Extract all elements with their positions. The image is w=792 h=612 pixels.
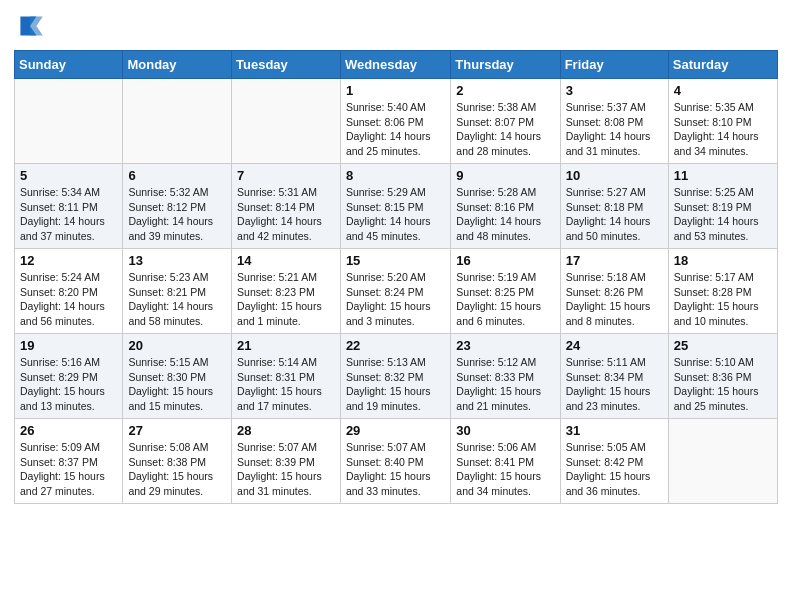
cell-info: Sunrise: 5:06 AM Sunset: 8:41 PM Dayligh…	[456, 440, 554, 499]
day-number: 4	[674, 83, 772, 98]
cell-info: Sunrise: 5:10 AM Sunset: 8:36 PM Dayligh…	[674, 355, 772, 414]
cell-info: Sunrise: 5:19 AM Sunset: 8:25 PM Dayligh…	[456, 270, 554, 329]
cell-info: Sunrise: 5:21 AM Sunset: 8:23 PM Dayligh…	[237, 270, 335, 329]
cell-info: Sunrise: 5:29 AM Sunset: 8:15 PM Dayligh…	[346, 185, 445, 244]
cell-info: Sunrise: 5:27 AM Sunset: 8:18 PM Dayligh…	[566, 185, 663, 244]
day-number: 9	[456, 168, 554, 183]
calendar-cell: 19Sunrise: 5:16 AM Sunset: 8:29 PM Dayli…	[15, 334, 123, 419]
calendar-cell: 21Sunrise: 5:14 AM Sunset: 8:31 PM Dayli…	[232, 334, 341, 419]
day-number: 11	[674, 168, 772, 183]
day-number: 10	[566, 168, 663, 183]
calendar-cell	[232, 79, 341, 164]
cell-info: Sunrise: 5:35 AM Sunset: 8:10 PM Dayligh…	[674, 100, 772, 159]
cell-info: Sunrise: 5:12 AM Sunset: 8:33 PM Dayligh…	[456, 355, 554, 414]
day-number: 17	[566, 253, 663, 268]
calendar-cell: 28Sunrise: 5:07 AM Sunset: 8:39 PM Dayli…	[232, 419, 341, 504]
cell-info: Sunrise: 5:32 AM Sunset: 8:12 PM Dayligh…	[128, 185, 226, 244]
cell-info: Sunrise: 5:11 AM Sunset: 8:34 PM Dayligh…	[566, 355, 663, 414]
calendar-cell: 23Sunrise: 5:12 AM Sunset: 8:33 PM Dayli…	[451, 334, 560, 419]
calendar-cell: 22Sunrise: 5:13 AM Sunset: 8:32 PM Dayli…	[340, 334, 450, 419]
cell-info: Sunrise: 5:38 AM Sunset: 8:07 PM Dayligh…	[456, 100, 554, 159]
header	[14, 10, 778, 42]
day-number: 29	[346, 423, 445, 438]
day-number: 27	[128, 423, 226, 438]
day-number: 8	[346, 168, 445, 183]
weekday-header-wednesday: Wednesday	[340, 51, 450, 79]
cell-info: Sunrise: 5:24 AM Sunset: 8:20 PM Dayligh…	[20, 270, 117, 329]
calendar-cell: 3Sunrise: 5:37 AM Sunset: 8:08 PM Daylig…	[560, 79, 668, 164]
weekday-header-monday: Monday	[123, 51, 232, 79]
day-number: 30	[456, 423, 554, 438]
calendar: SundayMondayTuesdayWednesdayThursdayFrid…	[14, 50, 778, 504]
day-number: 3	[566, 83, 663, 98]
calendar-cell: 13Sunrise: 5:23 AM Sunset: 8:21 PM Dayli…	[123, 249, 232, 334]
calendar-cell: 16Sunrise: 5:19 AM Sunset: 8:25 PM Dayli…	[451, 249, 560, 334]
calendar-cell	[123, 79, 232, 164]
weekday-header-thursday: Thursday	[451, 51, 560, 79]
calendar-cell: 18Sunrise: 5:17 AM Sunset: 8:28 PM Dayli…	[668, 249, 777, 334]
day-number: 21	[237, 338, 335, 353]
calendar-cell: 31Sunrise: 5:05 AM Sunset: 8:42 PM Dayli…	[560, 419, 668, 504]
logo	[14, 10, 50, 42]
cell-info: Sunrise: 5:37 AM Sunset: 8:08 PM Dayligh…	[566, 100, 663, 159]
day-number: 28	[237, 423, 335, 438]
calendar-row-3: 12Sunrise: 5:24 AM Sunset: 8:20 PM Dayli…	[15, 249, 778, 334]
day-number: 22	[346, 338, 445, 353]
cell-info: Sunrise: 5:15 AM Sunset: 8:30 PM Dayligh…	[128, 355, 226, 414]
calendar-cell: 4Sunrise: 5:35 AM Sunset: 8:10 PM Daylig…	[668, 79, 777, 164]
cell-info: Sunrise: 5:08 AM Sunset: 8:38 PM Dayligh…	[128, 440, 226, 499]
day-number: 24	[566, 338, 663, 353]
cell-info: Sunrise: 5:40 AM Sunset: 8:06 PM Dayligh…	[346, 100, 445, 159]
day-number: 6	[128, 168, 226, 183]
calendar-cell: 24Sunrise: 5:11 AM Sunset: 8:34 PM Dayli…	[560, 334, 668, 419]
calendar-cell: 9Sunrise: 5:28 AM Sunset: 8:16 PM Daylig…	[451, 164, 560, 249]
cell-info: Sunrise: 5:13 AM Sunset: 8:32 PM Dayligh…	[346, 355, 445, 414]
cell-info: Sunrise: 5:20 AM Sunset: 8:24 PM Dayligh…	[346, 270, 445, 329]
calendar-cell: 14Sunrise: 5:21 AM Sunset: 8:23 PM Dayli…	[232, 249, 341, 334]
calendar-row-2: 5Sunrise: 5:34 AM Sunset: 8:11 PM Daylig…	[15, 164, 778, 249]
cell-info: Sunrise: 5:28 AM Sunset: 8:16 PM Dayligh…	[456, 185, 554, 244]
day-number: 12	[20, 253, 117, 268]
cell-info: Sunrise: 5:25 AM Sunset: 8:19 PM Dayligh…	[674, 185, 772, 244]
calendar-cell: 12Sunrise: 5:24 AM Sunset: 8:20 PM Dayli…	[15, 249, 123, 334]
day-number: 26	[20, 423, 117, 438]
day-number: 25	[674, 338, 772, 353]
calendar-cell: 27Sunrise: 5:08 AM Sunset: 8:38 PM Dayli…	[123, 419, 232, 504]
cell-info: Sunrise: 5:23 AM Sunset: 8:21 PM Dayligh…	[128, 270, 226, 329]
calendar-row-5: 26Sunrise: 5:09 AM Sunset: 8:37 PM Dayli…	[15, 419, 778, 504]
weekday-header-row: SundayMondayTuesdayWednesdayThursdayFrid…	[15, 51, 778, 79]
calendar-cell: 6Sunrise: 5:32 AM Sunset: 8:12 PM Daylig…	[123, 164, 232, 249]
cell-info: Sunrise: 5:16 AM Sunset: 8:29 PM Dayligh…	[20, 355, 117, 414]
day-number: 13	[128, 253, 226, 268]
calendar-cell: 20Sunrise: 5:15 AM Sunset: 8:30 PM Dayli…	[123, 334, 232, 419]
calendar-row-4: 19Sunrise: 5:16 AM Sunset: 8:29 PM Dayli…	[15, 334, 778, 419]
weekday-header-saturday: Saturday	[668, 51, 777, 79]
cell-info: Sunrise: 5:18 AM Sunset: 8:26 PM Dayligh…	[566, 270, 663, 329]
page: SundayMondayTuesdayWednesdayThursdayFrid…	[0, 0, 792, 518]
calendar-cell: 1Sunrise: 5:40 AM Sunset: 8:06 PM Daylig…	[340, 79, 450, 164]
calendar-cell: 2Sunrise: 5:38 AM Sunset: 8:07 PM Daylig…	[451, 79, 560, 164]
cell-info: Sunrise: 5:34 AM Sunset: 8:11 PM Dayligh…	[20, 185, 117, 244]
calendar-cell: 30Sunrise: 5:06 AM Sunset: 8:41 PM Dayli…	[451, 419, 560, 504]
calendar-cell: 26Sunrise: 5:09 AM Sunset: 8:37 PM Dayli…	[15, 419, 123, 504]
day-number: 2	[456, 83, 554, 98]
cell-info: Sunrise: 5:14 AM Sunset: 8:31 PM Dayligh…	[237, 355, 335, 414]
calendar-cell	[668, 419, 777, 504]
calendar-cell: 7Sunrise: 5:31 AM Sunset: 8:14 PM Daylig…	[232, 164, 341, 249]
day-number: 20	[128, 338, 226, 353]
day-number: 18	[674, 253, 772, 268]
calendar-cell: 25Sunrise: 5:10 AM Sunset: 8:36 PM Dayli…	[668, 334, 777, 419]
day-number: 14	[237, 253, 335, 268]
day-number: 31	[566, 423, 663, 438]
day-number: 5	[20, 168, 117, 183]
weekday-header-tuesday: Tuesday	[232, 51, 341, 79]
weekday-header-friday: Friday	[560, 51, 668, 79]
cell-info: Sunrise: 5:17 AM Sunset: 8:28 PM Dayligh…	[674, 270, 772, 329]
day-number: 7	[237, 168, 335, 183]
calendar-cell	[15, 79, 123, 164]
logo-icon	[14, 10, 46, 42]
day-number: 15	[346, 253, 445, 268]
cell-info: Sunrise: 5:09 AM Sunset: 8:37 PM Dayligh…	[20, 440, 117, 499]
cell-info: Sunrise: 5:31 AM Sunset: 8:14 PM Dayligh…	[237, 185, 335, 244]
calendar-row-1: 1Sunrise: 5:40 AM Sunset: 8:06 PM Daylig…	[15, 79, 778, 164]
